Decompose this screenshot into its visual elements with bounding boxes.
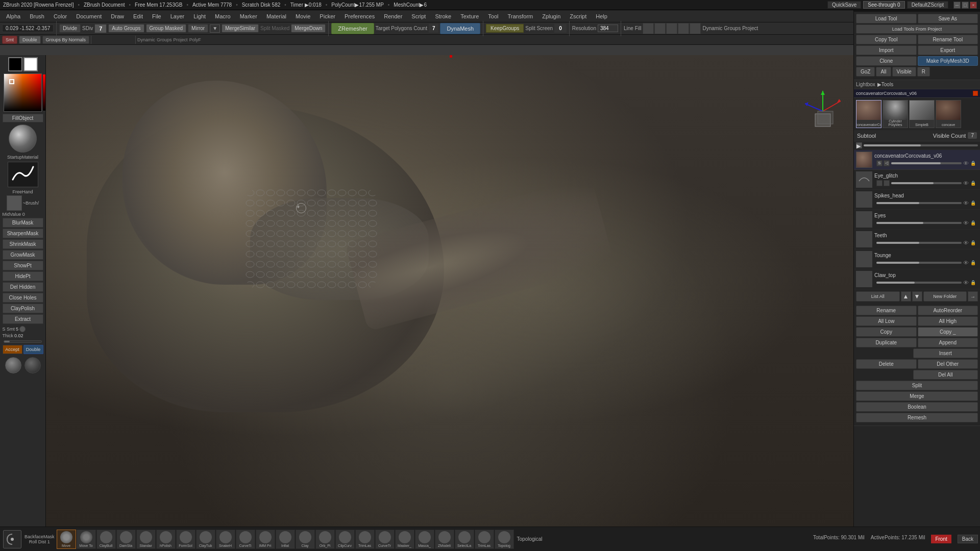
subtool-eye-2[interactable]: 👁 (963, 200, 969, 206)
filter-icon[interactable] (690, 23, 701, 34)
navigation-gizmo[interactable] (802, 86, 843, 132)
duplicate-button[interactable]: Duplicate (856, 338, 917, 347)
fill-object-button[interactable]: FillObject (3, 114, 43, 122)
stroke-preview[interactable] (8, 162, 38, 187)
subtool-lock-5[interactable]: 🔒 (970, 260, 976, 265)
tool-thumb-2[interactable]: SimpleB (909, 100, 935, 128)
subtool-slider-4[interactable] (876, 242, 962, 244)
rename-tool-button[interactable]: Rename Tool (918, 35, 978, 44)
close-holes-button[interactable]: Close Holes (3, 293, 43, 303)
front-view-button[interactable]: Front (931, 535, 951, 543)
save-as-button[interactable]: Save As (918, 14, 978, 23)
delete-button[interactable]: Delete (856, 359, 917, 369)
del-hidden-button[interactable]: Del Hidden (3, 282, 43, 292)
tool-thumb-0[interactable]: concavenatorCo (856, 100, 881, 128)
subtool-eye-3[interactable]: 👁 (963, 220, 969, 226)
merge-similar-button[interactable]: MergeSimilar (222, 24, 259, 33)
zremesher-button[interactable]: ZRemesher (331, 23, 374, 34)
menu-texture[interactable]: Texture (456, 12, 483, 20)
copy-button[interactable]: Copy (856, 327, 917, 337)
subtool-slider-6[interactable] (876, 282, 962, 284)
mirror-button[interactable]: Mirror (188, 24, 208, 33)
insert-button[interactable]: Insert (913, 348, 978, 358)
menu-movie[interactable]: Movie (291, 12, 314, 20)
brush-trimlas2[interactable]: TrimLas (475, 530, 494, 549)
subtool-lock-2[interactable]: 🔒 (970, 201, 976, 206)
brush-hpolish[interactable]: hPolish (156, 530, 176, 549)
brush-orbpi[interactable]: Orb_Pi (315, 530, 335, 549)
dyna-mesh-button[interactable]: DynaMesh (440, 23, 480, 34)
load-tools-button[interactable]: Load Tools From Project (856, 24, 978, 34)
menu-light[interactable]: Light (189, 12, 210, 20)
merge-button[interactable]: Merge (856, 391, 978, 401)
show-pt-button[interactable]: ShowPt (3, 261, 43, 270)
double-button[interactable]: Double (19, 36, 41, 44)
group-masked-button[interactable]: Group Masked (146, 24, 187, 33)
resolution-input[interactable] (598, 24, 618, 32)
dynamic-btn[interactable] (654, 23, 666, 34)
menu-render[interactable]: Render (380, 12, 406, 20)
menu-script[interactable]: Script (407, 12, 430, 20)
all-button[interactable]: All (876, 67, 891, 77)
subtool-lock-3[interactable]: 🔒 (970, 220, 976, 226)
sdiv-value[interactable]: 7 (94, 24, 107, 33)
all-high-button[interactable]: All High (918, 316, 978, 326)
shrink-mask-button[interactable]: ShrinkMask (3, 239, 43, 249)
subtool-item-1[interactable]: Eye_glitch 👁 🔒 (854, 170, 980, 190)
subtool-main-slider[interactable] (864, 144, 978, 146)
menu-brush[interactable]: Brush (26, 12, 48, 20)
brush-curvetr[interactable]: CurveTr (375, 530, 395, 549)
goz-button[interactable]: GoZ (856, 67, 875, 77)
active-brush-preview[interactable] (3, 530, 21, 548)
menu-alpha[interactable]: Alpha (2, 12, 24, 20)
brush-formsol[interactable]: FormSol (176, 530, 195, 549)
auto-reorder-button[interactable]: AutoReorder (918, 306, 978, 315)
subtool-eye-0[interactable]: 👁 (963, 160, 969, 166)
tools-label[interactable]: ▶Tools (877, 82, 893, 87)
keep-groups-button[interactable]: KeepGroups (486, 24, 524, 33)
load-tool-button[interactable]: Load Tool (856, 14, 917, 23)
sharpen-mask-button[interactable]: SharpenMask (3, 229, 43, 238)
brush-trimlas[interactable]: TrimLas (355, 530, 375, 549)
hide-pt-button[interactable]: HidePt (3, 271, 43, 281)
clay-polish-button[interactable]: ClayPolish (3, 304, 43, 313)
menu-draw[interactable]: Draw (107, 12, 128, 20)
subtool-item-0[interactable]: concavenatorCorcovatus_v06 S ◁ 👁 🔒 (854, 150, 980, 170)
menu-transform[interactable]: Transform (504, 12, 537, 20)
subtool-lock-4[interactable]: 🔒 (970, 240, 976, 245)
brush-moveto[interactable]: Move To (77, 530, 96, 549)
quicksave-button[interactable]: QuickSave (827, 1, 861, 9)
menu-zscript[interactable]: Zscript (566, 12, 591, 20)
brush-inflat[interactable]: Inflat (276, 530, 295, 549)
project-icon[interactable] (678, 23, 689, 34)
menu-help[interactable]: Help (592, 12, 611, 20)
subtool-lock-6[interactable]: 🔒 (970, 280, 976, 285)
brush-clay[interactable]: Clay (296, 530, 315, 549)
rename-button[interactable]: Rename (856, 306, 917, 315)
brush-immpri[interactable]: IMM Pri (256, 530, 275, 549)
subtool-s-btn-0[interactable]: S (876, 160, 883, 166)
subtool-slider-0[interactable] (891, 162, 962, 164)
tool-thumb-3[interactable]: concave (936, 100, 961, 128)
subtool-arrow-btn-0[interactable]: ◁ (884, 160, 890, 166)
subtool-eye-4[interactable]: 👁 (963, 240, 969, 246)
s-smt-toggle[interactable] (19, 326, 26, 332)
menu-file[interactable]: File (148, 12, 165, 20)
subtool-item-3[interactable]: Eyes 👁 🔒 (854, 210, 980, 230)
menu-document[interactable]: Document (72, 12, 106, 20)
list-all-button[interactable]: List All (856, 291, 900, 302)
new-folder-button[interactable]: New Folder (923, 291, 967, 302)
boolean-button[interactable]: Boolean (856, 402, 978, 412)
default-script-button[interactable]: DefaultZScript (907, 1, 948, 9)
list-down-arrow[interactable]: ▼ (912, 291, 922, 302)
subtool-lock-0[interactable]: 🔒 (970, 161, 976, 166)
groups-by-normals-button[interactable]: Groups By Normals (42, 36, 90, 44)
main-canvas[interactable]: + (46, 55, 853, 527)
polyf-icon[interactable] (643, 23, 654, 34)
merge-down-button[interactable]: MergeDown (291, 24, 326, 33)
subtool-slider-5[interactable] (876, 262, 962, 264)
brush-standar[interactable]: Standar (136, 530, 156, 549)
brush-move[interactable]: Move (57, 530, 76, 549)
list-up-arrow[interactable]: ▲ (901, 291, 911, 302)
split-screen-value[interactable]: 0 (554, 24, 567, 33)
